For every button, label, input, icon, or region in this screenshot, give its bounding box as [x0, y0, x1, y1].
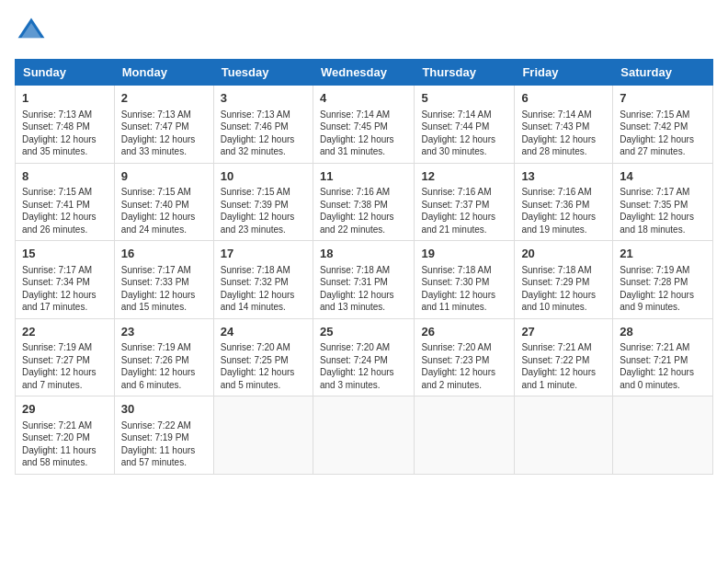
day-info: Sunrise: 7:16 AMSunset: 7:38 PMDaylight:…: [320, 186, 407, 236]
weekday-header-monday: Monday: [114, 60, 213, 86]
calendar-cell: 18Sunrise: 7:18 AMSunset: 7:31 PMDayligh…: [313, 241, 414, 319]
day-number: 10: [221, 168, 306, 185]
day-number: 22: [22, 324, 108, 340]
logo: [15, 15, 51, 48]
day-info: Sunrise: 7:17 AMSunset: 7:35 PMDaylight:…: [620, 186, 706, 236]
day-info: Sunrise: 7:15 AMSunset: 7:39 PMDaylight:…: [221, 186, 306, 236]
calendar-cell: [515, 396, 613, 475]
day-number: 6: [521, 90, 606, 107]
calendar-week-row: 15Sunrise: 7:17 AMSunset: 7:34 PMDayligh…: [16, 241, 713, 319]
calendar-cell: 3Sunrise: 7:13 AMSunset: 7:46 PMDaylight…: [213, 86, 313, 164]
calendar-cell: [613, 396, 713, 475]
day-number: 16: [121, 246, 207, 262]
calendar-cell: [213, 396, 313, 475]
calendar-cell: 12Sunrise: 7:16 AMSunset: 7:37 PMDayligh…: [415, 163, 515, 241]
day-info: Sunrise: 7:20 AMSunset: 7:25 PMDaylight:…: [221, 341, 306, 391]
day-number: 17: [221, 246, 306, 262]
day-info: Sunrise: 7:18 AMSunset: 7:29 PMDaylight:…: [521, 264, 606, 314]
day-info: Sunrise: 7:13 AMSunset: 7:47 PMDaylight:…: [121, 109, 207, 158]
day-info: Sunrise: 7:16 AMSunset: 7:36 PMDaylight:…: [521, 186, 606, 236]
day-number: 18: [320, 246, 407, 262]
day-info: Sunrise: 7:15 AMSunset: 7:42 PMDaylight:…: [620, 109, 706, 158]
calendar-cell: 8Sunrise: 7:15 AMSunset: 7:41 PMDaylight…: [16, 163, 115, 241]
day-info: Sunrise: 7:21 AMSunset: 7:22 PMDaylight:…: [521, 341, 606, 391]
calendar-week-row: 8Sunrise: 7:15 AMSunset: 7:41 PMDaylight…: [16, 163, 713, 241]
day-info: Sunrise: 7:18 AMSunset: 7:32 PMDaylight:…: [221, 264, 306, 314]
day-number: 25: [320, 324, 407, 340]
calendar-cell: 15Sunrise: 7:17 AMSunset: 7:34 PMDayligh…: [16, 241, 115, 319]
day-number: 2: [121, 90, 207, 107]
calendar-cell: 11Sunrise: 7:16 AMSunset: 7:38 PMDayligh…: [313, 163, 414, 241]
day-number: 1: [22, 90, 108, 107]
calendar-cell: 9Sunrise: 7:15 AMSunset: 7:40 PMDaylight…: [114, 163, 213, 241]
weekday-header-saturday: Saturday: [613, 60, 713, 86]
calendar-cell: 19Sunrise: 7:18 AMSunset: 7:30 PMDayligh…: [415, 241, 515, 319]
day-info: Sunrise: 7:13 AMSunset: 7:46 PMDaylight:…: [221, 109, 306, 158]
day-info: Sunrise: 7:19 AMSunset: 7:27 PMDaylight:…: [22, 341, 108, 391]
day-info: Sunrise: 7:20 AMSunset: 7:24 PMDaylight:…: [320, 341, 407, 391]
day-info: Sunrise: 7:14 AMSunset: 7:43 PMDaylight:…: [521, 109, 606, 158]
day-info: Sunrise: 7:18 AMSunset: 7:31 PMDaylight:…: [320, 264, 407, 314]
calendar-cell: 27Sunrise: 7:21 AMSunset: 7:22 PMDayligh…: [515, 318, 613, 396]
day-number: 24: [221, 324, 306, 340]
day-info: Sunrise: 7:16 AMSunset: 7:37 PMDaylight:…: [421, 186, 507, 236]
day-number: 13: [521, 168, 606, 185]
calendar-cell: 7Sunrise: 7:15 AMSunset: 7:42 PMDaylight…: [613, 86, 713, 164]
calendar-cell: 29Sunrise: 7:21 AMSunset: 7:20 PMDayligh…: [16, 396, 115, 475]
day-info: Sunrise: 7:14 AMSunset: 7:44 PMDaylight:…: [421, 109, 507, 158]
calendar-cell: 24Sunrise: 7:20 AMSunset: 7:25 PMDayligh…: [213, 318, 313, 396]
calendar-cell: 23Sunrise: 7:19 AMSunset: 7:26 PMDayligh…: [114, 318, 213, 396]
calendar-week-row: 1Sunrise: 7:13 AMSunset: 7:48 PMDaylight…: [16, 86, 713, 164]
calendar-cell: 30Sunrise: 7:22 AMSunset: 7:19 PMDayligh…: [114, 396, 213, 475]
day-info: Sunrise: 7:19 AMSunset: 7:26 PMDaylight:…: [121, 341, 207, 391]
day-number: 15: [22, 246, 108, 262]
calendar-table: SundayMondayTuesdayWednesdayThursdayFrid…: [15, 59, 713, 475]
day-info: Sunrise: 7:20 AMSunset: 7:23 PMDaylight:…: [421, 341, 507, 391]
day-number: 21: [620, 246, 706, 262]
day-info: Sunrise: 7:17 AMSunset: 7:34 PMDaylight:…: [22, 264, 108, 314]
day-number: 14: [620, 168, 706, 185]
calendar-cell: [415, 396, 515, 475]
day-number: 4: [320, 90, 407, 107]
day-number: 27: [521, 324, 606, 340]
day-number: 7: [620, 90, 706, 107]
day-info: Sunrise: 7:21 AMSunset: 7:20 PMDaylight:…: [22, 419, 108, 469]
calendar-cell: 2Sunrise: 7:13 AMSunset: 7:47 PMDaylight…: [114, 86, 213, 164]
day-info: Sunrise: 7:15 AMSunset: 7:40 PMDaylight:…: [121, 186, 207, 236]
calendar-cell: 20Sunrise: 7:18 AMSunset: 7:29 PMDayligh…: [515, 241, 613, 319]
day-number: 20: [521, 246, 606, 262]
weekday-header-friday: Friday: [515, 60, 613, 86]
day-number: 26: [421, 324, 507, 340]
calendar-week-row: 29Sunrise: 7:21 AMSunset: 7:20 PMDayligh…: [16, 396, 713, 475]
day-number: 12: [421, 168, 507, 185]
calendar-cell: 4Sunrise: 7:14 AMSunset: 7:45 PMDaylight…: [313, 86, 414, 164]
day-number: 23: [121, 324, 207, 340]
day-info: Sunrise: 7:14 AMSunset: 7:45 PMDaylight:…: [320, 109, 407, 158]
weekday-header-thursday: Thursday: [415, 60, 515, 86]
calendar-cell: 6Sunrise: 7:14 AMSunset: 7:43 PMDaylight…: [515, 86, 613, 164]
day-info: Sunrise: 7:15 AMSunset: 7:41 PMDaylight:…: [22, 186, 108, 236]
logo-icon: [15, 15, 48, 48]
calendar-cell: 26Sunrise: 7:20 AMSunset: 7:23 PMDayligh…: [415, 318, 515, 396]
calendar-cell: 1Sunrise: 7:13 AMSunset: 7:48 PMDaylight…: [16, 86, 115, 164]
calendar-cell: 25Sunrise: 7:20 AMSunset: 7:24 PMDayligh…: [313, 318, 414, 396]
day-number: 8: [22, 168, 108, 185]
day-number: 30: [121, 401, 207, 418]
day-number: 5: [421, 90, 507, 107]
calendar-cell: 17Sunrise: 7:18 AMSunset: 7:32 PMDayligh…: [213, 241, 313, 319]
weekday-header-sunday: Sunday: [16, 60, 115, 86]
weekday-header-tuesday: Tuesday: [213, 60, 313, 86]
weekday-header-row: SundayMondayTuesdayWednesdayThursdayFrid…: [16, 60, 713, 86]
calendar-cell: 5Sunrise: 7:14 AMSunset: 7:44 PMDaylight…: [415, 86, 515, 164]
day-info: Sunrise: 7:17 AMSunset: 7:33 PMDaylight:…: [121, 264, 207, 314]
day-info: Sunrise: 7:19 AMSunset: 7:28 PMDaylight:…: [620, 264, 706, 314]
day-number: 3: [221, 90, 306, 107]
calendar-cell: 16Sunrise: 7:17 AMSunset: 7:33 PMDayligh…: [114, 241, 213, 319]
day-info: Sunrise: 7:13 AMSunset: 7:48 PMDaylight:…: [22, 109, 108, 158]
calendar-cell: 10Sunrise: 7:15 AMSunset: 7:39 PMDayligh…: [213, 163, 313, 241]
day-number: 19: [421, 246, 507, 262]
day-number: 9: [121, 168, 207, 185]
day-number: 28: [620, 324, 706, 340]
day-info: Sunrise: 7:21 AMSunset: 7:21 PMDaylight:…: [620, 341, 706, 391]
page-header: [15, 15, 713, 48]
